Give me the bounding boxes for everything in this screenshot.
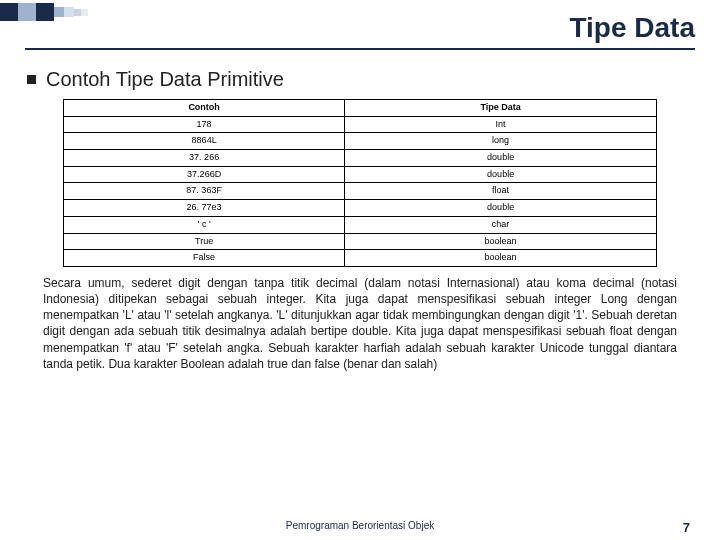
table-header-row: Contoh Tipe Data <box>64 100 657 117</box>
table-row: ' c 'char <box>64 216 657 233</box>
section-heading-text: Contoh Tipe Data Primitive <box>46 68 284 91</box>
table-row: 178Int <box>64 116 657 133</box>
table-row: Falseboolean <box>64 250 657 267</box>
table-cell: 87. 363F <box>64 183 345 200</box>
table-cell: float <box>345 183 657 200</box>
table-cell: long <box>345 133 657 150</box>
table-row: 87. 363Ffloat <box>64 183 657 200</box>
page-title: Tipe Data <box>25 0 695 48</box>
col-contoh: Contoh <box>64 100 345 117</box>
table-cell: 26. 77e3 <box>64 200 345 217</box>
table-cell: 8864L <box>64 133 345 150</box>
body-paragraph: Secara umum, sederet digit dengan tanpa … <box>25 267 695 372</box>
footer: Pemrograman Berorientasi Objek 7 <box>0 520 720 536</box>
bullet-icon <box>27 75 36 84</box>
table-cell: boolean <box>345 233 657 250</box>
table-cell: 178 <box>64 116 345 133</box>
table-cell: 37.266D <box>64 166 345 183</box>
table-cell: char <box>345 216 657 233</box>
examples-table: Contoh Tipe Data 178Int8864Llong37. 266d… <box>63 99 657 267</box>
col-tipedata: Tipe Data <box>345 100 657 117</box>
table-cell: double <box>345 200 657 217</box>
table-cell: ' c ' <box>64 216 345 233</box>
footer-page: 7 <box>683 520 690 535</box>
table-cell: False <box>64 250 345 267</box>
table-row: 26. 77e3double <box>64 200 657 217</box>
table-cell: 37. 266 <box>64 150 345 167</box>
table-cell: double <box>345 166 657 183</box>
table-row: 37.266Ddouble <box>64 166 657 183</box>
table-cell: True <box>64 233 345 250</box>
table-row: 8864Llong <box>64 133 657 150</box>
table-row: Trueboolean <box>64 233 657 250</box>
title-rule <box>25 48 695 50</box>
table-cell: boolean <box>345 250 657 267</box>
table-row: 37. 266double <box>64 150 657 167</box>
section-heading: Contoh Tipe Data Primitive <box>25 68 695 91</box>
table-cell: double <box>345 150 657 167</box>
table-cell: Int <box>345 116 657 133</box>
footer-title: Pemrograman Berorientasi Objek <box>286 520 434 531</box>
